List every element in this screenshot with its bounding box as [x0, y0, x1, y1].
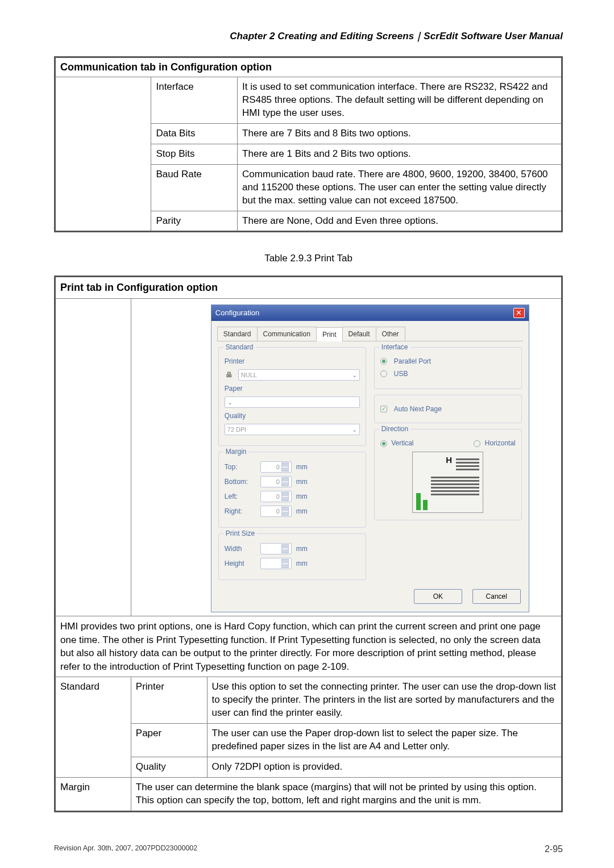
- print-row-label: Printer: [131, 677, 207, 724]
- paper-label: Paper: [225, 384, 256, 393]
- spin-val: 0: [276, 493, 280, 501]
- comm-row-desc: It is used to set communication interfac…: [238, 77, 562, 124]
- print-row-label: Paper: [131, 724, 207, 757]
- dialog-tabs: Standard Communication Print Default Oth…: [217, 327, 523, 341]
- margin-top-label: Top:: [225, 462, 256, 471]
- print-row-cat: Margin: [55, 777, 131, 811]
- radio-parallel[interactable]: [380, 358, 387, 365]
- margin-left-input[interactable]: 0: [260, 491, 292, 502]
- group-direction: Direction Vertical Horizontal H: [374, 429, 522, 520]
- group-print-size: Print Size Width mm Height mm: [218, 533, 366, 580]
- checkbox-autonext[interactable]: [380, 406, 387, 412]
- direction-preview: H: [412, 452, 483, 513]
- comm-left-blank: [55, 77, 151, 232]
- height-input[interactable]: [260, 558, 292, 569]
- tab-other[interactable]: Other: [376, 327, 405, 341]
- comm-row-label: Data Bits: [151, 123, 238, 144]
- print-row-desc: Only 72DPI option is provided.: [207, 757, 562, 777]
- margin-top-input[interactable]: 0: [260, 461, 292, 473]
- communication-table: Communication tab in Configuration optio…: [54, 56, 563, 232]
- group-title: Margin: [223, 447, 249, 456]
- print-dialog-cell: Configuration ✕ Standard Communication P…: [131, 298, 562, 616]
- margin-bottom-label: Bottom:: [225, 477, 256, 486]
- footer-revision: Revision Apr. 30th, 2007, 2007PDD2300000…: [54, 844, 197, 854]
- tab-print[interactable]: Print: [316, 327, 343, 341]
- close-icon[interactable]: ✕: [513, 308, 525, 318]
- radio-horizontal-label: Horizontal: [485, 439, 516, 447]
- configuration-dialog: Configuration ✕ Standard Communication P…: [211, 304, 529, 613]
- printer-dropdown[interactable]: NULL: [238, 369, 360, 381]
- comm-row-desc: There are 1 Bits and 2 Bits two options.: [238, 144, 562, 164]
- spin-val: 0: [276, 463, 280, 471]
- dialog-title: Configuration: [215, 308, 259, 318]
- print-row-desc: Use this option to set the connecting pr…: [207, 677, 562, 724]
- quality-value: 72 DPI: [227, 425, 247, 434]
- height-label: Height: [225, 559, 256, 568]
- print-row-desc: The user can use the Paper drop-down lis…: [207, 724, 562, 757]
- ok-button[interactable]: OK: [414, 589, 462, 604]
- comm-row-desc: There are None, Odd and Even three optio…: [238, 211, 562, 232]
- chapter-header: Chapter 2 Creating and Editing Screens｜S…: [54, 30, 563, 43]
- print-row-desc: The user can determine the blank space (…: [131, 777, 562, 811]
- group-title: Standard: [223, 343, 256, 352]
- group-title: Direction: [379, 424, 410, 433]
- comm-row-label: Baud Rate: [151, 164, 238, 211]
- unit-mm: mm: [296, 477, 312, 486]
- printer-label: Printer: [225, 357, 256, 366]
- printer-value: NULL: [241, 371, 257, 379]
- group-title: Interface: [379, 343, 410, 352]
- margin-right-label: Right:: [225, 507, 256, 516]
- margin-right-input[interactable]: 0: [260, 506, 292, 517]
- group-margin: Margin Top: 0 mm Bottom: 0 mm: [218, 452, 366, 528]
- tab-default[interactable]: Default: [342, 327, 376, 341]
- paper-dropdown[interactable]: [225, 397, 360, 408]
- cancel-button[interactable]: Cancel: [472, 589, 521, 604]
- autonext-label: Auto Next Page: [394, 404, 442, 414]
- comm-row-desc: Communication baud rate. There are 4800,…: [238, 164, 562, 211]
- radio-usb-label: USB: [394, 369, 408, 378]
- radio-vertical-label: Vertical: [391, 439, 413, 447]
- unit-mm: mm: [296, 507, 312, 516]
- radio-horizontal[interactable]: [474, 440, 480, 447]
- print-row-label: Quality: [131, 757, 207, 777]
- comm-row-label: Parity: [151, 211, 238, 232]
- group-title: Print Size: [223, 529, 257, 538]
- preview-letter-icon: H: [446, 454, 452, 466]
- quality-dropdown[interactable]: 72 DPI: [225, 424, 360, 435]
- tab-communication[interactable]: Communication: [257, 327, 317, 341]
- print-row-cat: Standard: [55, 677, 131, 778]
- width-input[interactable]: [260, 543, 292, 554]
- preview-chart-icon: [416, 493, 433, 510]
- margin-left-label: Left:: [225, 492, 256, 501]
- radio-usb[interactable]: [380, 370, 387, 377]
- comm-table-title: Communication tab in Configuration optio…: [55, 57, 562, 77]
- print-table-title: Print tab in Configuration option: [55, 277, 562, 298]
- print-intro: HMI provides two print options, one is H…: [55, 616, 562, 677]
- print-table: Print tab in Configuration option Config…: [54, 276, 563, 812]
- printer-icon: 🖶: [225, 370, 234, 379]
- comm-row-desc: There are 7 Bits and 8 Bits two options.: [238, 123, 562, 144]
- footer-page: 2-95: [545, 844, 563, 854]
- radio-parallel-label: Parallel Port: [394, 357, 431, 366]
- comm-row-label: Interface: [151, 77, 238, 124]
- unit-mm: mm: [296, 492, 312, 501]
- comm-row-label: Stop Bits: [151, 144, 238, 164]
- radio-vertical[interactable]: [380, 440, 387, 447]
- table-caption: Table 2.9.3 Print Tab: [54, 253, 563, 264]
- spin-val: 0: [276, 507, 280, 516]
- margin-bottom-input[interactable]: 0: [260, 476, 292, 487]
- print-dialog-left-blank: [55, 298, 131, 616]
- group-autonext: Auto Next Page: [374, 395, 522, 423]
- group-interface: Interface Parallel Port USB: [374, 347, 522, 389]
- spin-val: 0: [276, 478, 280, 486]
- unit-mm: mm: [296, 462, 312, 471]
- width-label: Width: [225, 544, 256, 553]
- group-standard: Standard Printer 🖶 NULL Paper: [218, 347, 366, 446]
- quality-label: Quality: [225, 411, 256, 420]
- unit-mm: mm: [296, 544, 312, 553]
- unit-mm: mm: [296, 559, 312, 568]
- tab-standard[interactable]: Standard: [217, 327, 258, 341]
